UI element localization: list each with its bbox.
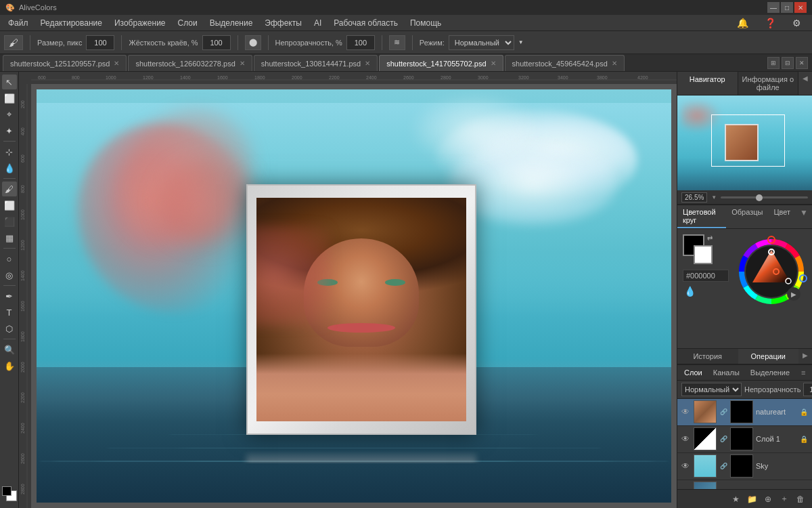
menu-help[interactable]: Помощь xyxy=(405,17,447,29)
menu-image[interactable]: Изображение xyxy=(109,17,171,29)
canvas-scroll[interactable] xyxy=(31,84,677,508)
menu-layers[interactable]: Слои xyxy=(173,17,203,29)
tab-split-button[interactable]: ⊟ xyxy=(782,57,794,69)
hand-tool[interactable]: ✋ xyxy=(2,358,17,373)
menu-file[interactable]: Файл xyxy=(3,17,34,29)
tab-1[interactable]: shutterstock_1266032278.psd ✕ xyxy=(128,55,252,71)
eraser-tool[interactable]: ⬜ xyxy=(2,198,17,213)
fg-color-tool[interactable] xyxy=(2,486,12,496)
tab-close-3[interactable]: ✕ xyxy=(491,60,496,67)
layer-item-sloy1[interactable]: 👁 🔗 Слой 1 🔒 xyxy=(677,426,812,453)
notification-icon[interactable]: 🔔 xyxy=(731,16,754,30)
layer-lock-natureart[interactable]: 🔒 xyxy=(800,408,809,416)
layer-chain-sloy1[interactable]: 🔗 xyxy=(719,436,727,442)
zoom-slider[interactable] xyxy=(721,196,808,198)
layer-visibility-natureart[interactable]: 👁 xyxy=(680,406,691,417)
flow-button[interactable]: ≋ xyxy=(389,35,405,50)
select-rect-tool[interactable]: ⬜ xyxy=(2,91,17,106)
shape-tool[interactable]: ⬡ xyxy=(2,321,17,336)
tab-close-0[interactable]: ✕ xyxy=(114,60,119,67)
hex-color-input[interactable] xyxy=(683,270,729,282)
layer-lock-sloy1[interactable]: 🔒 xyxy=(800,436,809,443)
brush-tool[interactable]: 🖌 xyxy=(2,182,17,196)
navigator-thumbnail[interactable] xyxy=(677,96,812,190)
menu-edit[interactable]: Редактирование xyxy=(35,17,108,29)
background-swatch[interactable] xyxy=(694,245,713,264)
brush-shape-button[interactable]: ⬤ xyxy=(245,35,261,50)
new-group-button[interactable]: 📁 xyxy=(746,493,758,505)
brush-tool-selector[interactable]: 🖌 xyxy=(4,35,23,50)
text-tool[interactable]: T xyxy=(2,305,17,320)
nav-collapse-btn[interactable]: ◀ xyxy=(798,72,812,95)
tab-close-all-button[interactable]: ✕ xyxy=(796,57,808,69)
menu-ai[interactable]: AI xyxy=(309,17,327,29)
tab-close-2[interactable]: ✕ xyxy=(365,60,370,67)
hist-collapse-btn[interactable]: ▶ xyxy=(798,349,812,364)
tab-file-info[interactable]: Информация о файле xyxy=(738,72,799,95)
hardness-input[interactable] xyxy=(202,35,231,50)
layers-menu-btn[interactable]: ≡ xyxy=(798,367,809,378)
layer-visibility-sky[interactable]: 👁 xyxy=(680,461,691,471)
layer-opacity-input[interactable] xyxy=(803,383,812,396)
subtab-layers[interactable]: Слои xyxy=(681,367,705,378)
move-tool[interactable]: ↖ xyxy=(2,75,17,89)
tab-color[interactable]: Цвет xyxy=(768,205,796,228)
layer-item-sloy0[interactable]: 👁 Слой 0 🔒 xyxy=(677,480,812,490)
color-section: Цветовой круг Образцы Цвет ▼ ⇄ 💧 xyxy=(677,205,812,348)
blur-tool[interactable]: ◎ xyxy=(2,268,17,282)
maximize-button[interactable]: □ xyxy=(781,2,793,13)
tab-close-4[interactable]: ✕ xyxy=(612,60,617,67)
tab-list-button[interactable]: ⊞ xyxy=(767,57,780,69)
color-tab-arrow[interactable]: ▼ xyxy=(796,205,812,228)
magic-wand-tool[interactable]: ✦ xyxy=(2,123,17,138)
swap-colors-icon[interactable]: ⇄ xyxy=(707,234,713,242)
layer-chain-sky[interactable]: 🔗 xyxy=(719,463,727,469)
menu-workspace[interactable]: Рабочая область xyxy=(328,17,403,29)
color-play-button[interactable]: ▶ xyxy=(787,287,800,301)
dodge-tool[interactable]: ○ xyxy=(2,251,17,266)
tab-operations[interactable]: Операции xyxy=(738,349,799,364)
lasso-tool[interactable]: ⌖ xyxy=(2,107,17,122)
eyedropper-tool[interactable]: 💧 xyxy=(2,161,17,175)
tab-color-wheel[interactable]: Цветовой круг xyxy=(677,205,726,228)
settings-icon[interactable]: ⚙ xyxy=(787,16,807,30)
zoom-display[interactable]: 26.5% xyxy=(681,192,707,203)
layer-item-natureart[interactable]: 👁 🔗 natureart 🔒 xyxy=(677,399,812,426)
fill-tool[interactable]: ⬛ xyxy=(2,214,17,229)
eyedropper-button[interactable]: 💧 xyxy=(683,284,696,298)
menu-effects[interactable]: Эффекты xyxy=(259,17,307,29)
layer-item-sky[interactable]: 👁 🔗 Sky xyxy=(677,453,812,480)
opacity-input[interactable] xyxy=(346,35,375,50)
svg-text:600: 600 xyxy=(20,154,25,163)
tab-close-1[interactable]: ✕ xyxy=(240,60,245,67)
zoom-tool[interactable]: 🔍 xyxy=(2,342,17,357)
delete-layer-button[interactable]: 🗑 xyxy=(794,493,807,505)
close-button[interactable]: ✕ xyxy=(794,2,807,13)
layer-chain-natureart[interactable]: 🔗 xyxy=(719,408,727,415)
minimize-button[interactable]: — xyxy=(767,2,780,13)
layer-blend-select[interactable]: Нормальный xyxy=(681,383,742,396)
new-layer-button[interactable]: ＋ xyxy=(778,493,790,505)
tab-samples[interactable]: Образцы xyxy=(726,205,768,228)
zoom-thumb[interactable] xyxy=(756,194,763,201)
tab-history[interactable]: История xyxy=(677,349,738,364)
tab-2[interactable]: shutterstock_1308144471.psd ✕ xyxy=(254,55,378,71)
color-wheel[interactable]: ▶ xyxy=(734,234,802,302)
layer-visibility-sloy1[interactable]: 👁 xyxy=(680,433,691,444)
blend-mode-select[interactable]: Нормальный xyxy=(449,35,514,50)
tab-3[interactable]: shutterstock_1417055702.psd ✕ xyxy=(379,55,503,71)
help-icon[interactable]: ❓ xyxy=(759,16,782,30)
add-mask-button[interactable]: ⊕ xyxy=(762,493,774,505)
brush-size-input[interactable] xyxy=(86,35,114,50)
menu-select[interactable]: Выделение xyxy=(204,17,258,29)
tab-0[interactable]: shutterstock_1251209557.psd ✕ xyxy=(3,55,127,71)
tab-4[interactable]: shutterstock_459645424.psd ✕ xyxy=(505,55,625,71)
crop-tool[interactable]: ⊹ xyxy=(2,144,17,159)
add-style-button[interactable]: ★ xyxy=(729,493,742,505)
gradient-tool[interactable]: ▦ xyxy=(2,230,17,245)
canvas-image[interactable] xyxy=(37,89,671,503)
tab-navigator[interactable]: Навигатор xyxy=(677,72,738,95)
subtab-channels[interactable]: Каналы xyxy=(710,367,742,378)
pen-tool[interactable]: ✒ xyxy=(2,289,17,303)
subtab-selection[interactable]: Выделение xyxy=(748,367,792,378)
